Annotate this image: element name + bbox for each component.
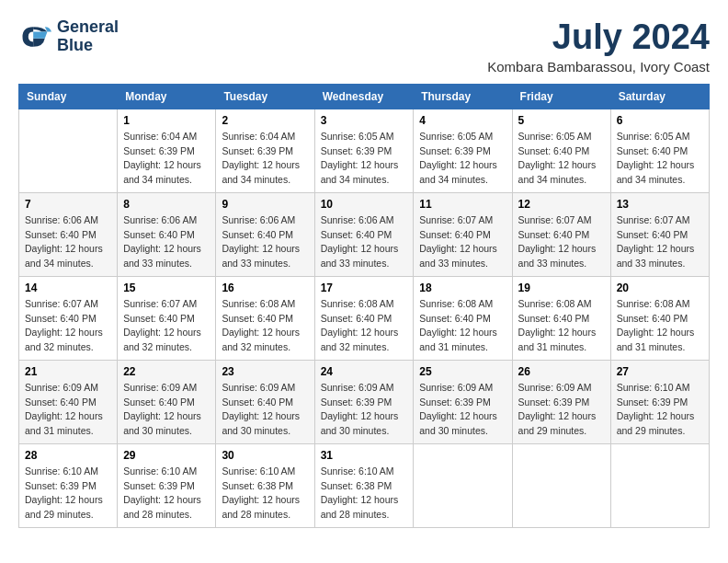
calendar-cell: 6Sunrise: 6:05 AM Sunset: 6:40 PM Daylig… xyxy=(610,109,709,192)
calendar-cell: 25Sunrise: 6:09 AM Sunset: 6:39 PM Dayli… xyxy=(414,360,512,443)
calendar-header-wednesday: Wednesday xyxy=(314,84,414,109)
day-number: 28 xyxy=(25,449,111,462)
calendar-cell: 4Sunrise: 6:05 AM Sunset: 6:39 PM Daylig… xyxy=(414,109,512,192)
calendar-cell: 16Sunrise: 6:08 AM Sunset: 6:40 PM Dayli… xyxy=(216,276,314,360)
day-info: Sunrise: 6:08 AM Sunset: 6:40 PM Dayligh… xyxy=(222,297,308,355)
day-info: Sunrise: 6:05 AM Sunset: 6:40 PM Dayligh… xyxy=(518,130,605,188)
calendar-header-sunday: Sunday xyxy=(19,84,118,109)
month-title: July 2024 xyxy=(487,18,710,57)
calendar-header-monday: Monday xyxy=(118,84,216,109)
day-number: 17 xyxy=(321,282,408,294)
logo: General Blue xyxy=(18,18,119,55)
day-info: Sunrise: 6:05 AM Sunset: 6:39 PM Dayligh… xyxy=(419,130,506,188)
day-info: Sunrise: 6:06 AM Sunset: 6:40 PM Dayligh… xyxy=(123,213,210,271)
day-info: Sunrise: 6:07 AM Sunset: 6:40 PM Dayligh… xyxy=(518,213,605,271)
location: Kombara Bambarassou, Ivory Coast xyxy=(487,59,710,75)
calendar-cell: 17Sunrise: 6:08 AM Sunset: 6:40 PM Dayli… xyxy=(314,276,414,360)
calendar-table: SundayMondayTuesdayWednesdayThursdayFrid… xyxy=(18,84,710,528)
calendar-cell: 18Sunrise: 6:08 AM Sunset: 6:40 PM Dayli… xyxy=(414,276,512,360)
day-info: Sunrise: 6:08 AM Sunset: 6:40 PM Dayligh… xyxy=(617,297,703,355)
calendar-header-saturday: Saturday xyxy=(610,84,709,109)
calendar-week-row: 21Sunrise: 6:09 AM Sunset: 6:40 PM Dayli… xyxy=(19,360,710,443)
calendar-cell: 15Sunrise: 6:07 AM Sunset: 6:40 PM Dayli… xyxy=(118,276,216,360)
calendar-cell: 9Sunrise: 6:06 AM Sunset: 6:40 PM Daylig… xyxy=(216,192,314,276)
day-number: 25 xyxy=(419,365,506,378)
calendar-cell: 13Sunrise: 6:07 AM Sunset: 6:40 PM Dayli… xyxy=(610,192,709,276)
day-info: Sunrise: 6:08 AM Sunset: 6:40 PM Dayligh… xyxy=(419,297,506,355)
calendar-cell: 23Sunrise: 6:09 AM Sunset: 6:40 PM Dayli… xyxy=(216,360,314,443)
day-info: Sunrise: 6:05 AM Sunset: 6:39 PM Dayligh… xyxy=(321,130,408,188)
calendar-header-row: SundayMondayTuesdayWednesdayThursdayFrid… xyxy=(19,84,710,109)
day-info: Sunrise: 6:08 AM Sunset: 6:40 PM Dayligh… xyxy=(321,297,408,355)
day-info: Sunrise: 6:04 AM Sunset: 6:39 PM Dayligh… xyxy=(123,130,210,188)
day-info: Sunrise: 6:07 AM Sunset: 6:40 PM Dayligh… xyxy=(617,213,703,271)
day-info: Sunrise: 6:10 AM Sunset: 6:39 PM Dayligh… xyxy=(617,381,703,439)
day-info: Sunrise: 6:08 AM Sunset: 6:40 PM Dayligh… xyxy=(518,297,605,355)
day-info: Sunrise: 6:04 AM Sunset: 6:39 PM Dayligh… xyxy=(222,130,308,188)
day-number: 12 xyxy=(518,198,605,211)
day-info: Sunrise: 6:07 AM Sunset: 6:40 PM Dayligh… xyxy=(419,213,506,271)
day-number: 19 xyxy=(518,282,605,294)
day-info: Sunrise: 6:05 AM Sunset: 6:40 PM Dayligh… xyxy=(617,130,703,188)
day-info: Sunrise: 6:09 AM Sunset: 6:39 PM Dayligh… xyxy=(321,381,408,439)
calendar-cell xyxy=(414,443,512,527)
calendar-week-row: 28Sunrise: 6:10 AM Sunset: 6:39 PM Dayli… xyxy=(19,443,710,527)
day-info: Sunrise: 6:10 AM Sunset: 6:39 PM Dayligh… xyxy=(25,465,111,523)
day-info: Sunrise: 6:07 AM Sunset: 6:40 PM Dayligh… xyxy=(123,297,210,355)
day-number: 20 xyxy=(617,282,703,294)
calendar-cell: 30Sunrise: 6:10 AM Sunset: 6:38 PM Dayli… xyxy=(216,443,314,527)
day-number: 13 xyxy=(617,198,703,211)
day-info: Sunrise: 6:06 AM Sunset: 6:40 PM Dayligh… xyxy=(25,213,111,271)
day-number: 30 xyxy=(222,449,308,462)
day-number: 4 xyxy=(419,114,506,127)
calendar-cell: 27Sunrise: 6:10 AM Sunset: 6:39 PM Dayli… xyxy=(610,360,709,443)
day-info: Sunrise: 6:09 AM Sunset: 6:39 PM Dayligh… xyxy=(419,381,506,439)
calendar-cell: 10Sunrise: 6:06 AM Sunset: 6:40 PM Dayli… xyxy=(314,192,414,276)
logo-text: General Blue xyxy=(57,18,119,55)
calendar-cell: 5Sunrise: 6:05 AM Sunset: 6:40 PM Daylig… xyxy=(512,109,610,192)
day-number: 7 xyxy=(25,198,111,211)
day-number: 6 xyxy=(617,114,703,127)
calendar-cell xyxy=(512,443,610,527)
day-info: Sunrise: 6:10 AM Sunset: 6:38 PM Dayligh… xyxy=(321,465,408,523)
day-number: 22 xyxy=(123,365,210,378)
calendar-cell: 29Sunrise: 6:10 AM Sunset: 6:39 PM Dayli… xyxy=(118,443,216,527)
day-info: Sunrise: 6:09 AM Sunset: 6:40 PM Dayligh… xyxy=(25,381,111,439)
calendar-cell: 31Sunrise: 6:10 AM Sunset: 6:38 PM Dayli… xyxy=(314,443,414,527)
day-number: 26 xyxy=(518,365,605,378)
day-number: 5 xyxy=(518,114,605,127)
day-number: 21 xyxy=(25,365,111,378)
day-number: 10 xyxy=(321,198,408,211)
day-number: 18 xyxy=(419,282,506,294)
day-number: 31 xyxy=(321,449,408,462)
calendar-cell: 1Sunrise: 6:04 AM Sunset: 6:39 PM Daylig… xyxy=(118,109,216,192)
day-number: 14 xyxy=(25,282,111,294)
calendar-cell: 7Sunrise: 6:06 AM Sunset: 6:40 PM Daylig… xyxy=(19,192,118,276)
day-info: Sunrise: 6:09 AM Sunset: 6:40 PM Dayligh… xyxy=(222,381,308,439)
logo-icon xyxy=(18,20,51,53)
calendar-cell: 3Sunrise: 6:05 AM Sunset: 6:39 PM Daylig… xyxy=(314,109,414,192)
day-number: 29 xyxy=(123,449,210,462)
calendar-cell: 20Sunrise: 6:08 AM Sunset: 6:40 PM Dayli… xyxy=(610,276,709,360)
day-number: 27 xyxy=(617,365,703,378)
day-info: Sunrise: 6:10 AM Sunset: 6:38 PM Dayligh… xyxy=(222,465,308,523)
day-info: Sunrise: 6:09 AM Sunset: 6:40 PM Dayligh… xyxy=(123,381,210,439)
day-number: 1 xyxy=(123,114,210,127)
calendar-cell: 21Sunrise: 6:09 AM Sunset: 6:40 PM Dayli… xyxy=(19,360,118,443)
calendar-header-tuesday: Tuesday xyxy=(216,84,314,109)
calendar-cell: 28Sunrise: 6:10 AM Sunset: 6:39 PM Dayli… xyxy=(19,443,118,527)
day-info: Sunrise: 6:06 AM Sunset: 6:40 PM Dayligh… xyxy=(222,213,308,271)
day-info: Sunrise: 6:06 AM Sunset: 6:40 PM Dayligh… xyxy=(321,213,408,271)
day-number: 8 xyxy=(123,198,210,211)
calendar-header-thursday: Thursday xyxy=(414,84,512,109)
calendar-cell: 14Sunrise: 6:07 AM Sunset: 6:40 PM Dayli… xyxy=(19,276,118,360)
day-number: 15 xyxy=(123,282,210,294)
day-info: Sunrise: 6:10 AM Sunset: 6:39 PM Dayligh… xyxy=(123,465,210,523)
title-area: July 2024 Kombara Bambarassou, Ivory Coa… xyxy=(487,18,710,75)
calendar-header-friday: Friday xyxy=(512,84,610,109)
day-number: 2 xyxy=(222,114,308,127)
day-number: 24 xyxy=(321,365,408,378)
day-number: 3 xyxy=(321,114,408,127)
calendar-cell: 12Sunrise: 6:07 AM Sunset: 6:40 PM Dayli… xyxy=(512,192,610,276)
page-header: General Blue July 2024 Kombara Bambarass… xyxy=(18,18,710,75)
